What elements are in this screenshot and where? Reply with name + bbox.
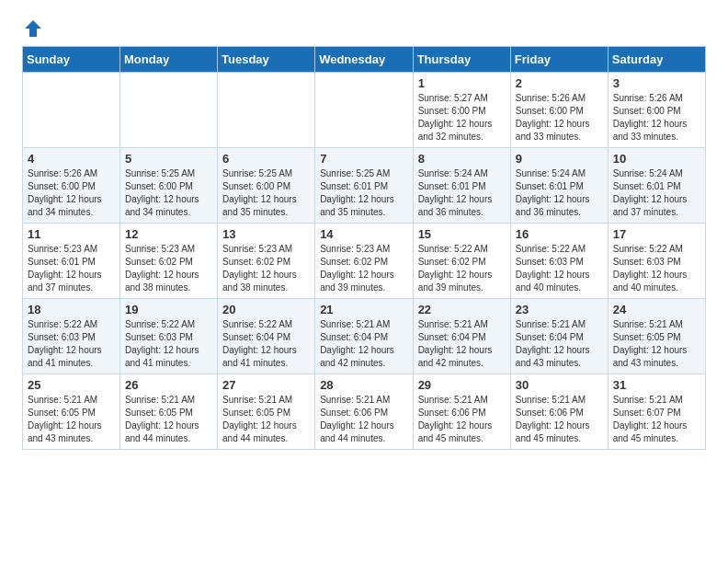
day-info: Sunrise: 5:21 AM Sunset: 6:05 PM Dayligh…	[28, 394, 115, 445]
day-info: Sunrise: 5:21 AM Sunset: 6:04 PM Dayligh…	[320, 318, 407, 370]
calendar-week-row: 18Sunrise: 5:22 AM Sunset: 6:03 PM Dayli…	[23, 299, 706, 374]
calendar-cell: 1Sunrise: 5:27 AM Sunset: 6:00 PM Daylig…	[413, 73, 510, 148]
calendar-cell	[315, 73, 413, 148]
day-info: Sunrise: 5:22 AM Sunset: 6:03 PM Dayligh…	[613, 243, 700, 294]
logo	[22, 18, 44, 39]
day-number: 21	[320, 303, 407, 316]
weekday-header-thursday: Thursday	[413, 47, 510, 73]
day-info: Sunrise: 5:27 AM Sunset: 6:00 PM Dayligh…	[418, 92, 506, 144]
calendar-cell: 31Sunrise: 5:21 AM Sunset: 6:07 PM Dayli…	[608, 374, 705, 450]
calendar-cell: 16Sunrise: 5:22 AM Sunset: 6:03 PM Dayli…	[510, 224, 608, 299]
day-info: Sunrise: 5:21 AM Sunset: 6:06 PM Dayligh…	[320, 394, 407, 445]
day-info: Sunrise: 5:21 AM Sunset: 6:06 PM Dayligh…	[418, 394, 506, 445]
day-number: 17	[613, 227, 700, 241]
day-info: Sunrise: 5:24 AM Sunset: 6:01 PM Dayligh…	[516, 167, 603, 219]
day-number: 6	[222, 152, 310, 166]
calendar-cell: 26Sunrise: 5:21 AM Sunset: 6:05 PM Dayli…	[120, 374, 218, 450]
calendar-week-row: 25Sunrise: 5:21 AM Sunset: 6:05 PM Dayli…	[23, 374, 706, 450]
day-info: Sunrise: 5:22 AM Sunset: 6:03 PM Dayligh…	[125, 318, 212, 370]
day-number: 24	[613, 303, 700, 316]
day-info: Sunrise: 5:22 AM Sunset: 6:03 PM Dayligh…	[28, 318, 115, 370]
calendar-cell: 14Sunrise: 5:23 AM Sunset: 6:02 PM Dayli…	[315, 224, 413, 299]
day-number: 15	[418, 227, 506, 241]
day-number: 4	[28, 152, 115, 166]
weekday-header-sunday: Sunday	[23, 47, 120, 73]
weekday-header-tuesday: Tuesday	[218, 47, 315, 73]
calendar-cell: 7Sunrise: 5:25 AM Sunset: 6:01 PM Daylig…	[315, 148, 413, 224]
day-number: 16	[516, 227, 603, 241]
calendar-cell: 20Sunrise: 5:22 AM Sunset: 6:04 PM Dayli…	[218, 299, 315, 374]
calendar-cell: 6Sunrise: 5:25 AM Sunset: 6:00 PM Daylig…	[218, 148, 315, 224]
day-info: Sunrise: 5:26 AM Sunset: 6:00 PM Dayligh…	[28, 167, 115, 219]
day-info: Sunrise: 5:23 AM Sunset: 6:02 PM Dayligh…	[222, 243, 310, 294]
day-info: Sunrise: 5:25 AM Sunset: 6:01 PM Dayligh…	[320, 167, 407, 219]
day-info: Sunrise: 5:26 AM Sunset: 6:00 PM Dayligh…	[516, 92, 603, 144]
day-info: Sunrise: 5:25 AM Sunset: 6:00 PM Dayligh…	[222, 167, 310, 219]
calendar-cell: 29Sunrise: 5:21 AM Sunset: 6:06 PM Dayli…	[413, 374, 510, 450]
logo-icon	[23, 18, 43, 39]
weekday-header-wednesday: Wednesday	[315, 47, 413, 73]
day-number: 23	[516, 303, 603, 316]
svg-marker-0	[25, 20, 41, 37]
calendar-cell: 27Sunrise: 5:21 AM Sunset: 6:05 PM Dayli…	[218, 374, 315, 450]
calendar-cell: 30Sunrise: 5:21 AM Sunset: 6:06 PM Dayli…	[510, 374, 608, 450]
day-number: 5	[125, 152, 212, 166]
calendar-week-row: 1Sunrise: 5:27 AM Sunset: 6:00 PM Daylig…	[23, 73, 706, 148]
calendar-cell: 22Sunrise: 5:21 AM Sunset: 6:04 PM Dayli…	[413, 299, 510, 374]
calendar-cell: 12Sunrise: 5:23 AM Sunset: 6:02 PM Dayli…	[120, 224, 218, 299]
day-number: 22	[418, 303, 506, 316]
calendar-cell: 28Sunrise: 5:21 AM Sunset: 6:06 PM Dayli…	[315, 374, 413, 450]
day-info: Sunrise: 5:25 AM Sunset: 6:00 PM Dayligh…	[125, 167, 212, 219]
day-info: Sunrise: 5:21 AM Sunset: 6:04 PM Dayligh…	[516, 318, 603, 370]
day-number: 1	[418, 76, 506, 90]
day-number: 13	[222, 227, 310, 241]
calendar-cell: 2Sunrise: 5:26 AM Sunset: 6:00 PM Daylig…	[510, 73, 608, 148]
day-info: Sunrise: 5:23 AM Sunset: 6:01 PM Dayligh…	[28, 243, 115, 294]
page-header	[22, 18, 706, 39]
weekday-header-friday: Friday	[510, 47, 608, 73]
calendar-cell	[23, 73, 120, 148]
day-number: 8	[418, 152, 506, 166]
day-info: Sunrise: 5:22 AM Sunset: 6:03 PM Dayligh…	[516, 243, 603, 294]
day-info: Sunrise: 5:21 AM Sunset: 6:07 PM Dayligh…	[613, 394, 700, 445]
day-number: 27	[222, 378, 310, 392]
day-number: 12	[125, 227, 212, 241]
calendar-cell: 11Sunrise: 5:23 AM Sunset: 6:01 PM Dayli…	[23, 224, 120, 299]
calendar-week-row: 11Sunrise: 5:23 AM Sunset: 6:01 PM Dayli…	[23, 224, 706, 299]
day-number: 11	[28, 227, 115, 241]
calendar-cell: 21Sunrise: 5:21 AM Sunset: 6:04 PM Dayli…	[315, 299, 413, 374]
day-info: Sunrise: 5:24 AM Sunset: 6:01 PM Dayligh…	[613, 167, 700, 219]
day-number: 28	[320, 378, 407, 392]
day-number: 25	[28, 378, 115, 392]
day-info: Sunrise: 5:21 AM Sunset: 6:05 PM Dayligh…	[613, 318, 700, 370]
day-info: Sunrise: 5:21 AM Sunset: 6:04 PM Dayligh…	[418, 318, 506, 370]
calendar-cell: 17Sunrise: 5:22 AM Sunset: 6:03 PM Dayli…	[608, 224, 705, 299]
calendar-cell: 24Sunrise: 5:21 AM Sunset: 6:05 PM Dayli…	[608, 299, 705, 374]
calendar-cell: 3Sunrise: 5:26 AM Sunset: 6:00 PM Daylig…	[608, 73, 705, 148]
day-info: Sunrise: 5:26 AM Sunset: 6:00 PM Dayligh…	[613, 92, 700, 144]
day-number: 31	[613, 378, 700, 392]
day-info: Sunrise: 5:23 AM Sunset: 6:02 PM Dayligh…	[320, 243, 407, 294]
day-info: Sunrise: 5:21 AM Sunset: 6:05 PM Dayligh…	[222, 394, 310, 445]
day-info: Sunrise: 5:24 AM Sunset: 6:01 PM Dayligh…	[418, 167, 506, 219]
calendar-cell	[120, 73, 218, 148]
calendar-cell: 9Sunrise: 5:24 AM Sunset: 6:01 PM Daylig…	[510, 148, 608, 224]
day-info: Sunrise: 5:23 AM Sunset: 6:02 PM Dayligh…	[125, 243, 212, 294]
calendar-cell: 5Sunrise: 5:25 AM Sunset: 6:00 PM Daylig…	[120, 148, 218, 224]
day-number: 2	[516, 76, 603, 90]
calendar-cell: 4Sunrise: 5:26 AM Sunset: 6:00 PM Daylig…	[23, 148, 120, 224]
calendar-cell	[218, 73, 315, 148]
day-info: Sunrise: 5:22 AM Sunset: 6:02 PM Dayligh…	[418, 243, 506, 294]
calendar-cell: 15Sunrise: 5:22 AM Sunset: 6:02 PM Dayli…	[413, 224, 510, 299]
day-info: Sunrise: 5:22 AM Sunset: 6:04 PM Dayligh…	[222, 318, 310, 370]
calendar-cell: 23Sunrise: 5:21 AM Sunset: 6:04 PM Dayli…	[510, 299, 608, 374]
day-info: Sunrise: 5:21 AM Sunset: 6:06 PM Dayligh…	[516, 394, 603, 445]
day-number: 14	[320, 227, 407, 241]
calendar-cell: 13Sunrise: 5:23 AM Sunset: 6:02 PM Dayli…	[218, 224, 315, 299]
day-number: 18	[28, 303, 115, 316]
calendar-cell: 25Sunrise: 5:21 AM Sunset: 6:05 PM Dayli…	[23, 374, 120, 450]
day-number: 9	[516, 152, 603, 166]
day-number: 3	[613, 76, 700, 90]
weekday-header-saturday: Saturday	[608, 47, 705, 73]
calendar-cell: 19Sunrise: 5:22 AM Sunset: 6:03 PM Dayli…	[120, 299, 218, 374]
